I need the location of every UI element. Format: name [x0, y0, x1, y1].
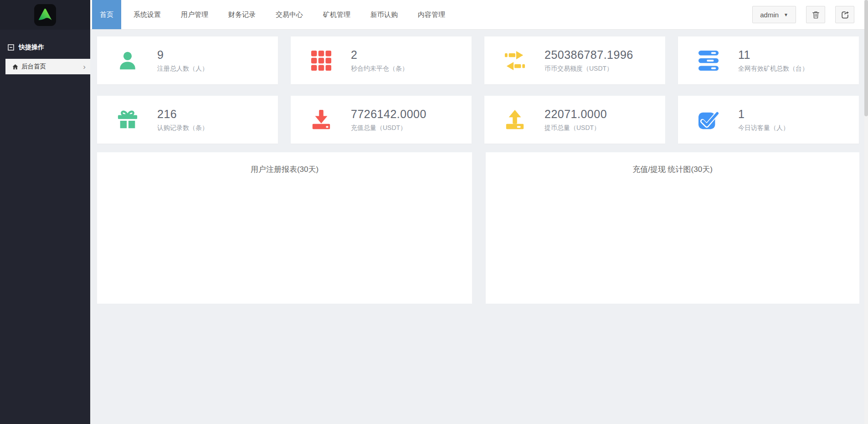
download-icon: [311, 109, 332, 130]
stat-value: 11: [738, 48, 808, 62]
sidebar-section-header: 快捷操作: [0, 43, 90, 52]
stat-value: 22071.0000: [544, 108, 607, 121]
stat-label: 今日访客量（人）: [738, 124, 789, 132]
exchange-arrows-icon: [504, 50, 525, 71]
stat-value: 9: [157, 48, 208, 62]
collapse-icon[interactable]: [8, 44, 14, 51]
user-icon: [117, 50, 138, 71]
tab-trade-center[interactable]: 交易中心: [268, 0, 311, 29]
stat-label: 注册总人数（人）: [157, 65, 208, 73]
stat-value: 250386787.1996: [544, 48, 633, 62]
stat-card-withdraw-total: 22071.0000 提币总量（USDT）: [484, 96, 665, 144]
user-menu-label: admin: [760, 11, 779, 19]
clear-cache-button[interactable]: [806, 6, 825, 23]
sidebar-item-backend-home[interactable]: 后台首页 ›: [5, 59, 90, 74]
app-logo-icon: [34, 4, 56, 26]
header-actions: admin ▼: [752, 0, 868, 29]
charts-row: 用户注册报表(30天) 充值/提现 统计图(30天): [97, 152, 868, 304]
logout-icon: [841, 10, 849, 19]
sidebar-section-title: 快捷操作: [19, 43, 44, 52]
stat-label: 充值总量（USDT）: [351, 124, 426, 132]
stat-label: 认购记录数（条）: [157, 124, 208, 132]
tab-user-management[interactable]: 用户管理: [173, 0, 216, 29]
chart-title: 用户注册报表(30天): [97, 152, 472, 175]
scrollbar-thumb[interactable]: [864, 0, 868, 116]
tab-home[interactable]: 首页: [92, 0, 121, 29]
stat-card-today-visitors: 1 今日访客量（人）: [678, 96, 859, 144]
stat-value: 216: [157, 108, 208, 121]
server-icon: [698, 50, 719, 71]
stat-card-open-second-contracts: 2 秒合约未平仓（条）: [291, 36, 472, 84]
stat-card-subscription-records: 216 认购记录数（条）: [97, 96, 278, 144]
chevron-right-icon: ›: [83, 63, 86, 71]
check-square-icon: [698, 109, 719, 130]
nav-tabs: 首页 系统设置 用户管理 财务记录 交易中心 矿机管理 新币认购 内容管理: [90, 0, 457, 29]
stat-card-active-miners: 11 全网有效矿机总数（台）: [678, 36, 859, 84]
caret-down-icon: ▼: [784, 12, 788, 17]
user-register-chart-panel: 用户注册报表(30天): [97, 152, 472, 304]
tab-new-coin-subscription[interactable]: 新币认购: [363, 0, 406, 29]
stat-value: 7726142.0000: [351, 108, 426, 121]
main-area: 首页 系统设置 用户管理 财务记录 交易中心 矿机管理 新币认购 内容管理 ad…: [90, 0, 868, 424]
user-menu-button[interactable]: admin ▼: [752, 6, 796, 23]
sidebar-item-label: 后台首页: [21, 62, 80, 71]
stats-grid: 9 注册总人数（人） 2 秒合约未平仓（条）: [97, 36, 868, 144]
top-navbar: 首页 系统设置 用户管理 财务记录 交易中心 矿机管理 新币认购 内容管理 ad…: [90, 0, 868, 30]
stat-card-deposit-total: 7726142.0000 充值总量（USDT）: [291, 96, 472, 144]
chart-title: 充值/提现 统计图(30天): [486, 152, 859, 175]
stat-label: 秒合约未平仓（条）: [351, 65, 408, 73]
tab-content-management[interactable]: 内容管理: [410, 0, 453, 29]
trash-icon: [812, 10, 820, 19]
stat-label: 提币总量（USDT）: [544, 124, 607, 132]
home-icon: [12, 63, 19, 70]
logo-area: [0, 0, 90, 30]
scrollbar-track[interactable]: [864, 0, 868, 424]
stat-card-registered-users: 9 注册总人数（人）: [97, 36, 278, 84]
tab-miner-management[interactable]: 矿机管理: [315, 0, 358, 29]
deposit-withdraw-chart-panel: 充值/提现 统计图(30天): [486, 152, 859, 304]
stat-label: 全网有效矿机总数（台）: [738, 65, 808, 73]
stat-card-trade-volume: 250386787.1996 币币交易额度（USDT）: [484, 36, 665, 84]
stat-label: 币币交易额度（USDT）: [544, 65, 633, 73]
gift-icon: [117, 109, 138, 130]
stat-value: 1: [738, 108, 789, 121]
admin-dashboard: 快捷操作 后台首页 › 首页 系统设置 用户管理 财务记录 交易中心 矿机管理 …: [0, 0, 868, 424]
upload-icon: [504, 109, 525, 130]
grid-icon: [311, 50, 332, 71]
sidebar: 快捷操作 后台首页 ›: [0, 0, 90, 424]
stat-value: 2: [351, 48, 408, 62]
logout-button[interactable]: [835, 6, 854, 23]
tab-finance-records[interactable]: 财务记录: [221, 0, 263, 29]
tab-system-settings[interactable]: 系统设置: [126, 0, 169, 29]
